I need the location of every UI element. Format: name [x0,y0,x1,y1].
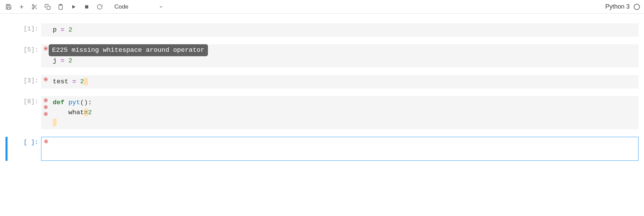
svg-rect-1 [7,7,10,9]
code-editor[interactable]: E225 missing whitespace around operator … [50,44,639,68]
cell-type-select[interactable]: Code [110,3,167,11]
lint-tooltip: E225 missing whitespace around operator [49,44,208,56]
code-line: what=2 [53,108,636,118]
cell-active-bar [5,96,8,129]
cell-type-label: Code [114,3,128,10]
cut-button[interactable] [29,2,40,12]
code-cell[interactable]: [8]:def pyt(): what=2 [5,96,639,129]
code-token: = [72,78,76,85]
svg-point-4 [32,4,34,6]
code-token: 2 [69,26,72,34]
code-token: = [61,57,64,64]
svg-rect-13 [85,5,88,8]
code-token: 2 [88,109,92,116]
lint-error-icon[interactable] [44,140,48,143]
cell-active-bar [5,23,8,37]
svg-line-7 [35,7,37,9]
cell-input-area[interactable]: p = 2 [41,23,639,37]
code-token: what [69,109,84,116]
add-cell-button[interactable] [16,2,27,12]
code-token: test [53,78,69,85]
code-token [76,78,80,85]
code-token [57,57,60,64]
svg-line-8 [34,6,35,7]
code-token: 2 [69,57,72,64]
lint-gutter [41,137,50,160]
cell-prompt: [8]: [10,96,41,105]
kernel-status-indicator[interactable] [634,4,640,10]
svg-rect-0 [7,4,9,6]
cell-prompt: [ ]: [10,137,41,146]
lint-gutter [41,96,50,129]
code-token: p [53,26,57,34]
code-token [64,26,68,34]
code-line [53,118,636,128]
code-editor[interactable]: p = 2 [50,23,639,37]
paste-button[interactable] [55,2,66,12]
code-editor[interactable] [50,137,638,160]
code-token: (): [80,99,92,106]
code-token [53,119,57,126]
cell-input-area[interactable]: E225 missing whitespace around operator … [41,44,639,68]
lint-gutter [41,75,50,88]
code-cell[interactable]: [5]:E225 missing whitespace around opera… [5,44,639,68]
code-line: def pyt(): [53,98,636,108]
code-cell[interactable]: [3]:test = 2 [5,75,639,88]
code-token: 2 [80,78,84,85]
code-editor[interactable]: def pyt(): what=2 [50,96,639,129]
chevron-down-icon [159,4,163,9]
code-token [69,78,72,85]
code-line: p = 2 [53,25,636,35]
code-line [53,139,635,149]
code-token: = [61,26,64,34]
notebook-toolbar: Code Python 3 [0,0,644,14]
code-token [57,26,60,34]
cell-prompt: [3]: [10,75,41,84]
code-line: j = 2 [53,56,636,66]
notebook-body: [1]:p = 2[5]:E225 missing whitespace aro… [0,14,644,179]
code-token [64,99,68,106]
lint-error-icon[interactable] [44,112,48,116]
svg-marker-12 [72,5,75,9]
code-token: = [84,109,88,116]
lint-error-icon[interactable] [44,77,48,81]
lint-error-icon[interactable] [44,98,48,102]
run-button[interactable] [68,2,79,12]
svg-point-5 [32,8,34,9]
lint-error-icon[interactable] [44,47,48,50]
lint-gutter [41,23,50,37]
code-token [53,149,635,159]
code-token [64,57,68,64]
save-button[interactable] [3,2,14,12]
stop-button[interactable] [81,2,92,12]
code-token [53,109,69,116]
code-line: test = 2 [53,77,636,87]
code-cell[interactable]: [ ]: [5,137,639,161]
code-cell[interactable]: [1]:p = 2 [5,23,639,37]
cell-input-area[interactable]: test = 2 [41,75,639,88]
code-token: pyt [69,99,80,106]
cell-active-bar [5,44,8,68]
copy-button[interactable] [42,2,53,12]
cell-active-bar [5,75,8,88]
kernel-name[interactable]: Python 3 [605,3,632,10]
restart-button[interactable] [94,2,106,12]
code-line [53,149,635,159]
lint-error-icon[interactable] [44,105,48,109]
cell-input-area[interactable] [41,137,639,161]
svg-rect-9 [47,6,50,9]
cell-input-area[interactable]: def pyt(): what=2 [41,96,639,129]
code-token: j [53,57,57,64]
code-editor[interactable]: test = 2 [50,75,639,88]
cell-prompt: [1]: [10,23,41,32]
code-token [84,78,88,85]
code-token: def [53,99,64,106]
code-token [53,139,635,149]
cell-prompt: [5]: [10,44,41,53]
cell-active-bar [5,137,8,161]
